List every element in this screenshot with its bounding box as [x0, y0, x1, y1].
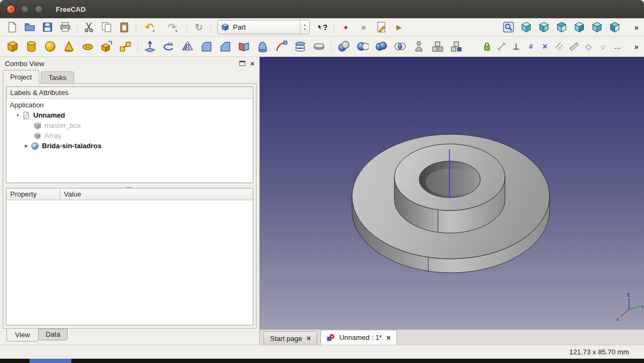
part-cut-button[interactable] [353, 39, 372, 55]
ellipsis-icon: … [614, 43, 621, 50]
tree-item-master-box[interactable]: master_box [6, 120, 253, 130]
property-column-header[interactable]: Property [6, 188, 60, 200]
part-compound-filter-button[interactable] [447, 39, 466, 55]
macro-edit-button[interactable] [372, 20, 390, 35]
workbench-spin-buttons[interactable]: ▲▼ [300, 20, 309, 34]
tree-item-brida[interactable]: ▶ Brida-sin-taladros [6, 141, 253, 151]
redo-button[interactable]: ↷▼ [162, 20, 184, 35]
view-front-button[interactable] [535, 20, 553, 35]
macro-record-button[interactable]: ● [337, 20, 355, 35]
tree-item-array[interactable]: Array [6, 130, 253, 141]
defeaturing-button[interactable]: ◇ [581, 39, 596, 55]
part-sphere-button[interactable] [41, 39, 60, 55]
part-section-button[interactable] [291, 39, 310, 55]
property-table-body[interactable] [6, 200, 253, 325]
tab-data[interactable]: Data [38, 329, 68, 340]
part-ruled-surface-button[interactable] [235, 39, 253, 55]
undo-dropdown-icon[interactable]: ▼ [152, 30, 155, 33]
float-panel-icon[interactable] [239, 61, 245, 66]
expander-closed-icon[interactable]: ▶ [23, 144, 30, 148]
part-check-geometry-button[interactable] [409, 39, 428, 55]
part-cone-button[interactable] [60, 39, 78, 55]
part-revolve-button[interactable] [159, 39, 178, 55]
view-top-button[interactable] [553, 20, 570, 35]
tree-item-application[interactable]: Application [6, 100, 253, 110]
new-document-button[interactable] [3, 20, 21, 35]
part-extrude-button[interactable] [141, 39, 159, 55]
tree-item-label: Brida-sin-taladros [42, 142, 101, 150]
redo-dropdown-icon[interactable]: ▼ [174, 30, 178, 33]
part-box-button[interactable] [3, 39, 22, 55]
whats-this-button[interactable]: ? [313, 20, 331, 35]
tree-item-unnamed[interactable]: ▼ Unnamed [6, 110, 253, 120]
measure-angular-button[interactable]: ⊥ [509, 39, 523, 55]
part-sweep-button[interactable] [272, 39, 291, 55]
toolbar-overflow-icon[interactable]: » [632, 42, 641, 51]
view-right-button[interactable] [570, 20, 588, 35]
part-torus-button[interactable] [78, 39, 97, 55]
paste-button[interactable] [115, 20, 133, 35]
part-chamfer-button[interactable] [216, 39, 235, 55]
macro-execute-button[interactable]: ▶ [390, 20, 408, 35]
part-shapebuilder-button[interactable] [116, 39, 135, 55]
viewport-3d[interactable]: Z Y X [260, 57, 644, 329]
window-minimize-button[interactable]: − [20, 5, 30, 14]
tab-tasks[interactable]: Tasks [41, 71, 74, 84]
cut-button[interactable] [80, 20, 98, 35]
view-bottom-button[interactable] [606, 20, 624, 35]
tab-start-page[interactable]: Start page × [264, 331, 317, 345]
part-mirror-button[interactable] [178, 39, 197, 55]
part-fillet-button[interactable] [197, 39, 216, 55]
view-rear-button[interactable] [588, 20, 606, 35]
expander-open-icon[interactable]: ▼ [14, 113, 21, 117]
measure-lock-button[interactable] [480, 39, 494, 55]
window-close-button[interactable]: × [6, 5, 16, 14]
part-loft-button[interactable] [253, 39, 272, 55]
measure-refresh-button[interactable]: # [523, 39, 538, 55]
part-cross-sections-button[interactable] [310, 39, 328, 55]
refresh-button[interactable]: ↻ [190, 20, 208, 35]
mirror-icon [181, 40, 194, 53]
save-button[interactable] [39, 20, 56, 35]
part-primitives-button[interactable] [97, 39, 116, 55]
part-intersection-button[interactable] [391, 39, 409, 55]
measure-linear-button[interactable] [494, 39, 509, 55]
measure-toggle-delta-button[interactable] [567, 39, 581, 55]
open-button[interactable] [21, 20, 39, 35]
part-cylinder-button[interactable] [22, 39, 41, 55]
part-union-button[interactable] [372, 39, 391, 55]
measure-clear-button[interactable]: × [538, 39, 552, 55]
tab-project[interactable]: Project [3, 70, 39, 84]
measure-toggle-all-button[interactable] [552, 39, 567, 55]
value-column-header[interactable]: Value [60, 188, 253, 200]
copy-button[interactable] [98, 20, 115, 35]
axis-x-label: X [616, 317, 619, 322]
grid-icon: # [529, 43, 532, 50]
fit-all-button[interactable] [500, 20, 517, 35]
vertex-button[interactable]: ○ [596, 39, 610, 55]
tab-view[interactable]: View [6, 329, 39, 342]
tab-unnamed-document[interactable]: Unnamed : 1* × [320, 330, 397, 345]
view-isometric-button[interactable] [517, 20, 535, 35]
splitter-handle[interactable]: … [6, 183, 253, 188]
combo-view-panel: Combo View × Project Tasks Labels & Attr… [0, 57, 260, 345]
macro-stop-button[interactable]: ■ [355, 20, 372, 35]
close-tab-icon[interactable]: × [386, 334, 391, 342]
more-options-button[interactable]: … [610, 39, 625, 55]
copy-icon [101, 21, 112, 33]
ruled-surface-icon [238, 40, 250, 53]
window-maximize-button[interactable]: □ [34, 5, 43, 14]
part-boolean-button[interactable] [334, 39, 353, 55]
document-tab-label: Start page [270, 335, 302, 343]
model-flange[interactable]: Z Y X [260, 57, 644, 329]
combo-view-tabs: Project Tasks [0, 70, 259, 84]
print-button[interactable] [56, 20, 74, 35]
section-icon [294, 40, 306, 53]
tree-content[interactable]: Application ▼ Unnamed master_box A [6, 99, 253, 183]
undo-button[interactable]: ↶▼ [139, 20, 162, 35]
toolbar-overflow-icon[interactable]: » [632, 23, 641, 32]
close-panel-icon[interactable]: × [250, 60, 254, 68]
close-tab-icon[interactable]: × [306, 335, 311, 342]
part-compound-button[interactable] [428, 39, 447, 55]
workbench-selector[interactable]: Part ▲▼ [217, 20, 310, 34]
